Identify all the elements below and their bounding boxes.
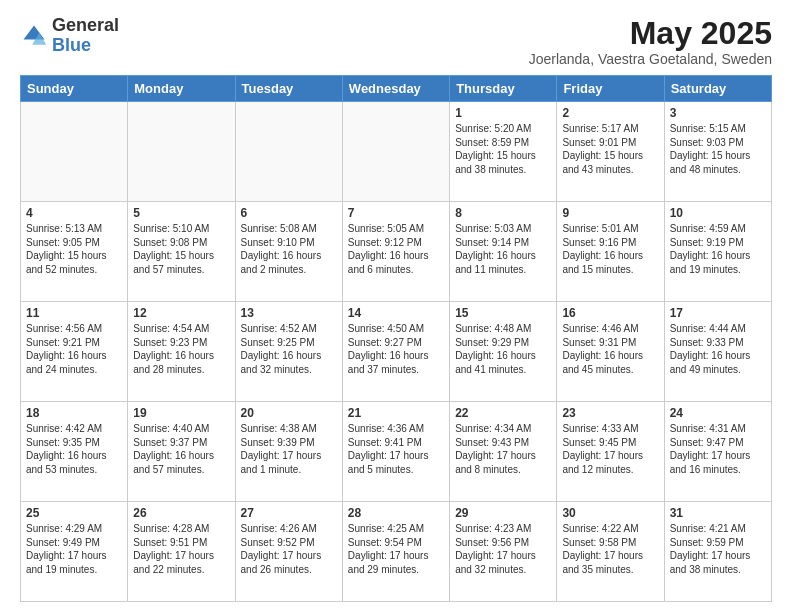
day-number: 9 (562, 206, 658, 220)
day-cell-4-0: 25Sunrise: 4:29 AM Sunset: 9:49 PM Dayli… (21, 502, 128, 602)
day-cell-0-3 (342, 102, 449, 202)
day-number: 23 (562, 406, 658, 420)
month-year: May 2025 (529, 16, 772, 51)
day-number: 1 (455, 106, 551, 120)
day-info: Sunrise: 5:10 AM Sunset: 9:08 PM Dayligh… (133, 222, 229, 276)
day-cell-3-4: 22Sunrise: 4:34 AM Sunset: 9:43 PM Dayli… (450, 402, 557, 502)
day-info: Sunrise: 5:05 AM Sunset: 9:12 PM Dayligh… (348, 222, 444, 276)
day-cell-2-3: 14Sunrise: 4:50 AM Sunset: 9:27 PM Dayli… (342, 302, 449, 402)
day-cell-1-4: 8Sunrise: 5:03 AM Sunset: 9:14 PM Daylig… (450, 202, 557, 302)
day-cell-0-2 (235, 102, 342, 202)
week-row-3: 11Sunrise: 4:56 AM Sunset: 9:21 PM Dayli… (21, 302, 772, 402)
day-number: 20 (241, 406, 337, 420)
title-area: May 2025 Joerlanda, Vaestra Goetaland, S… (529, 16, 772, 67)
day-cell-2-0: 11Sunrise: 4:56 AM Sunset: 9:21 PM Dayli… (21, 302, 128, 402)
col-tuesday: Tuesday (235, 76, 342, 102)
day-cell-4-1: 26Sunrise: 4:28 AM Sunset: 9:51 PM Dayli… (128, 502, 235, 602)
day-info: Sunrise: 5:08 AM Sunset: 9:10 PM Dayligh… (241, 222, 337, 276)
week-row-5: 25Sunrise: 4:29 AM Sunset: 9:49 PM Dayli… (21, 502, 772, 602)
day-info: Sunrise: 4:46 AM Sunset: 9:31 PM Dayligh… (562, 322, 658, 376)
page: General Blue May 2025 Joerlanda, Vaestra… (0, 0, 792, 612)
day-info: Sunrise: 4:52 AM Sunset: 9:25 PM Dayligh… (241, 322, 337, 376)
day-cell-3-0: 18Sunrise: 4:42 AM Sunset: 9:35 PM Dayli… (21, 402, 128, 502)
day-cell-1-5: 9Sunrise: 5:01 AM Sunset: 9:16 PM Daylig… (557, 202, 664, 302)
day-number: 16 (562, 306, 658, 320)
day-number: 2 (562, 106, 658, 120)
day-number: 22 (455, 406, 551, 420)
week-row-2: 4Sunrise: 5:13 AM Sunset: 9:05 PM Daylig… (21, 202, 772, 302)
day-number: 13 (241, 306, 337, 320)
day-number: 4 (26, 206, 122, 220)
day-cell-2-5: 16Sunrise: 4:46 AM Sunset: 9:31 PM Dayli… (557, 302, 664, 402)
day-number: 10 (670, 206, 766, 220)
location: Joerlanda, Vaestra Goetaland, Sweden (529, 51, 772, 67)
col-wednesday: Wednesday (342, 76, 449, 102)
day-cell-3-2: 20Sunrise: 4:38 AM Sunset: 9:39 PM Dayli… (235, 402, 342, 502)
col-sunday: Sunday (21, 76, 128, 102)
day-cell-1-3: 7Sunrise: 5:05 AM Sunset: 9:12 PM Daylig… (342, 202, 449, 302)
day-info: Sunrise: 4:56 AM Sunset: 9:21 PM Dayligh… (26, 322, 122, 376)
col-saturday: Saturday (664, 76, 771, 102)
day-info: Sunrise: 4:54 AM Sunset: 9:23 PM Dayligh… (133, 322, 229, 376)
day-number: 21 (348, 406, 444, 420)
logo: General Blue (20, 16, 119, 56)
day-cell-4-5: 30Sunrise: 4:22 AM Sunset: 9:58 PM Dayli… (557, 502, 664, 602)
day-info: Sunrise: 4:59 AM Sunset: 9:19 PM Dayligh… (670, 222, 766, 276)
day-cell-3-1: 19Sunrise: 4:40 AM Sunset: 9:37 PM Dayli… (128, 402, 235, 502)
day-info: Sunrise: 4:28 AM Sunset: 9:51 PM Dayligh… (133, 522, 229, 576)
day-cell-3-5: 23Sunrise: 4:33 AM Sunset: 9:45 PM Dayli… (557, 402, 664, 502)
col-monday: Monday (128, 76, 235, 102)
day-info: Sunrise: 4:40 AM Sunset: 9:37 PM Dayligh… (133, 422, 229, 476)
day-info: Sunrise: 5:01 AM Sunset: 9:16 PM Dayligh… (562, 222, 658, 276)
day-cell-0-1 (128, 102, 235, 202)
day-info: Sunrise: 4:36 AM Sunset: 9:41 PM Dayligh… (348, 422, 444, 476)
day-cell-2-4: 15Sunrise: 4:48 AM Sunset: 9:29 PM Dayli… (450, 302, 557, 402)
logo-general: General (52, 15, 119, 35)
day-info: Sunrise: 5:13 AM Sunset: 9:05 PM Dayligh… (26, 222, 122, 276)
day-info: Sunrise: 4:25 AM Sunset: 9:54 PM Dayligh… (348, 522, 444, 576)
day-info: Sunrise: 4:50 AM Sunset: 9:27 PM Dayligh… (348, 322, 444, 376)
logo-icon (20, 22, 48, 50)
day-number: 14 (348, 306, 444, 320)
calendar-header-row: Sunday Monday Tuesday Wednesday Thursday… (21, 76, 772, 102)
day-cell-4-6: 31Sunrise: 4:21 AM Sunset: 9:59 PM Dayli… (664, 502, 771, 602)
header: General Blue May 2025 Joerlanda, Vaestra… (20, 16, 772, 67)
week-row-4: 18Sunrise: 4:42 AM Sunset: 9:35 PM Dayli… (21, 402, 772, 502)
day-number: 7 (348, 206, 444, 220)
day-info: Sunrise: 5:20 AM Sunset: 8:59 PM Dayligh… (455, 122, 551, 176)
day-number: 24 (670, 406, 766, 420)
day-cell-4-2: 27Sunrise: 4:26 AM Sunset: 9:52 PM Dayli… (235, 502, 342, 602)
day-info: Sunrise: 4:26 AM Sunset: 9:52 PM Dayligh… (241, 522, 337, 576)
day-cell-0-6: 3Sunrise: 5:15 AM Sunset: 9:03 PM Daylig… (664, 102, 771, 202)
logo-blue: Blue (52, 35, 91, 55)
day-cell-2-1: 12Sunrise: 4:54 AM Sunset: 9:23 PM Dayli… (128, 302, 235, 402)
day-cell-0-0 (21, 102, 128, 202)
day-info: Sunrise: 5:03 AM Sunset: 9:14 PM Dayligh… (455, 222, 551, 276)
day-info: Sunrise: 4:48 AM Sunset: 9:29 PM Dayligh… (455, 322, 551, 376)
day-cell-1-0: 4Sunrise: 5:13 AM Sunset: 9:05 PM Daylig… (21, 202, 128, 302)
day-number: 27 (241, 506, 337, 520)
day-info: Sunrise: 4:23 AM Sunset: 9:56 PM Dayligh… (455, 522, 551, 576)
day-cell-3-6: 24Sunrise: 4:31 AM Sunset: 9:47 PM Dayli… (664, 402, 771, 502)
day-info: Sunrise: 4:33 AM Sunset: 9:45 PM Dayligh… (562, 422, 658, 476)
day-info: Sunrise: 4:21 AM Sunset: 9:59 PM Dayligh… (670, 522, 766, 576)
day-number: 25 (26, 506, 122, 520)
day-number: 5 (133, 206, 229, 220)
day-number: 8 (455, 206, 551, 220)
day-number: 17 (670, 306, 766, 320)
day-cell-0-4: 1Sunrise: 5:20 AM Sunset: 8:59 PM Daylig… (450, 102, 557, 202)
day-info: Sunrise: 4:42 AM Sunset: 9:35 PM Dayligh… (26, 422, 122, 476)
col-thursday: Thursday (450, 76, 557, 102)
day-number: 19 (133, 406, 229, 420)
day-cell-1-1: 5Sunrise: 5:10 AM Sunset: 9:08 PM Daylig… (128, 202, 235, 302)
day-number: 30 (562, 506, 658, 520)
day-number: 6 (241, 206, 337, 220)
day-cell-2-6: 17Sunrise: 4:44 AM Sunset: 9:33 PM Dayli… (664, 302, 771, 402)
day-number: 3 (670, 106, 766, 120)
day-cell-2-2: 13Sunrise: 4:52 AM Sunset: 9:25 PM Dayli… (235, 302, 342, 402)
day-info: Sunrise: 4:44 AM Sunset: 9:33 PM Dayligh… (670, 322, 766, 376)
day-info: Sunrise: 4:38 AM Sunset: 9:39 PM Dayligh… (241, 422, 337, 476)
day-cell-1-2: 6Sunrise: 5:08 AM Sunset: 9:10 PM Daylig… (235, 202, 342, 302)
day-number: 18 (26, 406, 122, 420)
day-info: Sunrise: 4:29 AM Sunset: 9:49 PM Dayligh… (26, 522, 122, 576)
